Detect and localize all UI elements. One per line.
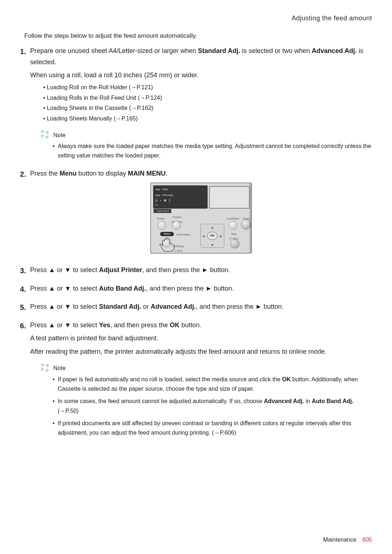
fig-load-label: Load/Eject xyxy=(226,217,239,221)
s6-note-item3: If printed documents are still affected … xyxy=(53,419,372,438)
s6-t3: , and then press the xyxy=(110,321,170,329)
s5-t3: or xyxy=(141,303,151,310)
s4-t1: Press ▲ or ▼ to select xyxy=(30,285,99,292)
s6-t2: Yes xyxy=(99,321,110,329)
fig-autofeed: Auto Feed xyxy=(154,209,171,213)
s6-t4: OK xyxy=(170,321,180,329)
s5-t1: Press ▲ or ▼ to select xyxy=(30,303,99,310)
s6-n2d: Auto Band Adj. xyxy=(312,398,354,404)
s1-l1c: is selected or two when xyxy=(240,47,312,54)
s1-line2: When using a roll, load a roll 10 inches… xyxy=(30,70,372,81)
steps-list: Prepare one unused sheet A4/Letter-sized… xyxy=(20,45,372,438)
s6-n1a: If paper is fed automatically and no rol… xyxy=(58,376,282,382)
fig-data: Data xyxy=(162,187,168,192)
s1-bullets: Loading Roll on the Roll Holder (→P.121)… xyxy=(43,82,372,124)
step-5: Press ▲ or ▼ to select Standard Adj. or … xyxy=(20,301,372,312)
s5-t2: Standard Adj. xyxy=(99,303,141,310)
s5-t5: , and then press the ► button. xyxy=(196,303,283,310)
s6-note: ❀❀ ❀❀ Note If paper is fed automatically… xyxy=(40,362,372,438)
s3-t2: Adjust Printer xyxy=(99,266,142,274)
s1-l1d: Advanced Adj. xyxy=(312,47,357,54)
footer: Maintenance 605 xyxy=(323,537,372,543)
fig-feeder-button xyxy=(172,221,181,230)
footer-label: Maintenance xyxy=(323,537,356,543)
s1-b1: Loading Roll on the Roll Holder (→P.121) xyxy=(43,82,372,93)
note-icon: ❀❀ ❀❀ xyxy=(40,129,53,140)
fig-message: Message xyxy=(162,193,173,198)
s1-l1b: Standard Adj. xyxy=(198,47,240,54)
s6-note-item2: In some cases, the feed amount cannot be… xyxy=(53,397,372,416)
s1-b4: Loading Sheets Manually (→P.165) xyxy=(43,114,372,124)
s3-t1: Press ▲ or ▼ to select xyxy=(30,266,99,274)
s6-l3: After reading the pattern, the printer a… xyxy=(30,346,372,357)
fig-info-label: Information xyxy=(176,233,190,237)
s5-t4: Advanced Adj. xyxy=(151,303,196,310)
step-1: Prepare one unused sheet A4/Letter-sized… xyxy=(20,45,372,161)
s3-t3: , and then press the ► button. xyxy=(142,266,230,274)
fig-online-label: Online xyxy=(157,217,165,221)
s6-n2e: (→P.50) xyxy=(58,408,79,414)
s6-n2c: in xyxy=(304,398,312,404)
fig-stop-button xyxy=(230,239,240,249)
footer-page-number: 605 xyxy=(362,537,372,543)
fig-menu-pill: Menu xyxy=(160,232,174,236)
fig-ok-button: OK xyxy=(207,232,217,240)
s1-b2: Loading Rolls in the Roll Feed Unit (→P.… xyxy=(43,93,372,103)
fig-hand-icon xyxy=(159,238,178,253)
step-2: Press the Menu button to display MAIN ME… xyxy=(20,168,372,257)
s4-t3: , and then press the ► button. xyxy=(146,285,234,292)
fig-lcd-screen xyxy=(209,186,250,209)
s4-t2: Auto Band Adj. xyxy=(99,285,146,292)
s2-t1: Press the xyxy=(30,170,60,177)
s1-note-label: Note xyxy=(53,130,66,140)
s6-note-item1: If paper is fed automatically and no rol… xyxy=(53,375,372,394)
fig-lcd: Data Message ◎●◉▯ ▭ xyxy=(153,185,208,209)
s1-note: ❀❀ ❀❀ Note Always make sure the loaded p… xyxy=(40,129,372,161)
intro-text: Follow the steps below to adjust the fee… xyxy=(24,32,372,40)
header-title: Adjusting the feed amount xyxy=(20,15,372,22)
s6-n2a: In some cases, the feed amount cannot be… xyxy=(58,398,264,404)
s2-t4: MAIN MENU xyxy=(128,170,166,177)
s6-t5: button. xyxy=(180,321,201,329)
note-icon: ❀❀ ❀❀ xyxy=(40,362,53,373)
s1-l1a: Prepare one unused sheet A4/Letter-sized… xyxy=(30,47,198,54)
fig-load-button xyxy=(229,221,237,230)
s6-n2b: Advanced Adj. xyxy=(264,398,304,404)
fig-online-button xyxy=(158,221,166,230)
figure-wrap: Data Message ◎●◉▯ ▭ Auto Feed Online Fee… xyxy=(30,182,372,257)
fig-dpad: ▲ ◄ ► ▼ OK xyxy=(200,224,224,248)
printer-panel-figure: Data Message ◎●◉▯ ▭ Auto Feed Online Fee… xyxy=(150,182,252,254)
s2-t5: . xyxy=(166,170,167,177)
s6-t1: Press ▲ or ▼ to select xyxy=(30,321,99,329)
step-6: Press ▲ or ▼ to select Yes, and then pre… xyxy=(20,320,372,438)
s2-t3: button to display xyxy=(77,170,128,177)
step-3: Press ▲ or ▼ to select Adjust Printer, a… xyxy=(20,264,372,276)
step-4: Press ▲ or ▼ to select Auto Band Adj., a… xyxy=(20,283,372,294)
s1-note-item1: Always make sure the loaded paper matche… xyxy=(53,141,372,161)
page: Adjusting the feed amount Follow the ste… xyxy=(0,0,392,554)
s6-n1b: OK xyxy=(282,376,291,382)
s2-t2: Menu xyxy=(60,170,77,177)
s6-note-items: If paper is fed automatically and no rol… xyxy=(53,375,372,438)
s1-note-items: Always make sure the loaded paper matche… xyxy=(53,141,372,161)
s6-note-label: Note xyxy=(53,363,66,373)
s1-b3: Loading Sheets in the Cassette (→P.162) xyxy=(43,103,372,114)
s6-l2: A test pattern is printed for band adjus… xyxy=(30,333,372,344)
